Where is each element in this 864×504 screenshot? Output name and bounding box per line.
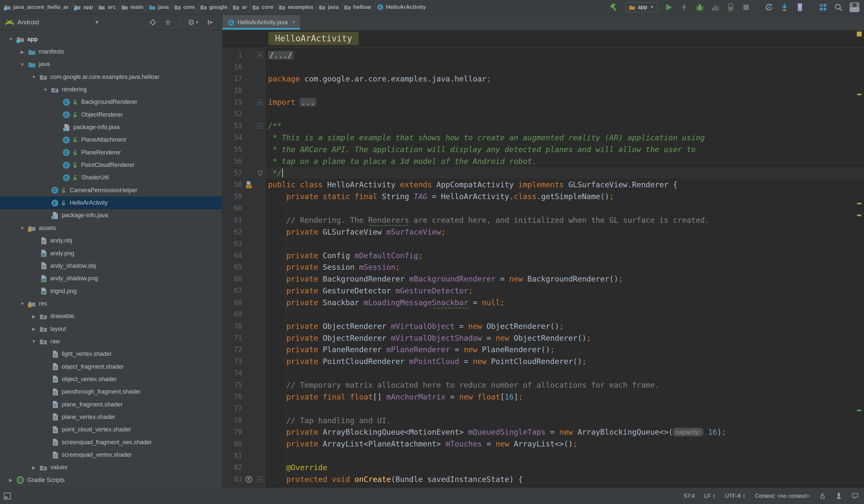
user-avatar[interactable]	[850, 2, 860, 12]
error-stripe-mark[interactable]	[857, 215, 861, 216]
chevron-collapsed-icon[interactable]: ▶	[17, 49, 28, 55]
breadcrumb-java_arcore_hello_ar[interactable]: java_arcore_hello_ar	[4, 4, 69, 11]
tree-item-trigrid-png[interactable]: trigrid.png	[0, 285, 223, 297]
chevron-expanded-icon[interactable]: ▼	[17, 62, 28, 67]
code-line-56[interactable]: 56 * tap on a plane to place a 3d model …	[223, 155, 864, 167]
code-line-70[interactable]: 70 private ObjectRenderer mVirtualObject…	[223, 320, 864, 332]
code-area[interactable]: 1+/.../1617package com.google.ar.core.ex…	[223, 47, 864, 488]
tree-item-gradle-scripts[interactable]: ▶Gradle Scripts	[0, 474, 223, 486]
code-line-77[interactable]: 77	[223, 403, 864, 415]
breadcrumb-src[interactable]: src	[98, 4, 116, 11]
code-line-74[interactable]: 74	[223, 367, 864, 379]
chevron-collapsed-icon[interactable]: ▶	[5, 477, 16, 483]
breadcrumb-app[interactable]: app	[74, 4, 93, 11]
hector-inspections-icon[interactable]	[836, 492, 842, 500]
fold-end-icon[interactable]	[257, 170, 263, 176]
fold-collapse-icon[interactable]: −	[257, 123, 263, 129]
code-line-62[interactable]: 62 private GLSurfaceView mSurfaceView;	[223, 226, 864, 238]
tree-item-objectrenderer[interactable]: CObjectRenderer	[0, 108, 223, 121]
code-line-59[interactable]: 59 private static final String TAG = Hel…	[223, 191, 864, 202]
caret-position[interactable]: 57:4	[684, 493, 695, 500]
tree-item-com-google-ar-core-examples-java-helloar[interactable]: ▼com.google.ar.core.examples.java.helloa…	[0, 71, 223, 83]
tree-item-planeattachment[interactable]: CPlaneAttachment	[0, 134, 223, 146]
code-line-58[interactable]: 58<>public class HelloArActivity extends…	[223, 179, 864, 191]
chevron-collapsed-icon[interactable]: ▶	[28, 326, 39, 332]
chevron-expanded-icon[interactable]: ▼	[17, 225, 28, 231]
code-line-83[interactable]: 83− protected void onCreate(Bundle saved…	[223, 473, 864, 485]
device-manager-icon[interactable]	[796, 3, 804, 12]
collapse-all-icon[interactable]	[164, 19, 171, 26]
code-line-68[interactable]: 68 private Snackbar mLoadingMessageSnack…	[223, 297, 864, 309]
line-separator-selector[interactable]: LF ▲▼	[704, 493, 716, 500]
breadcrumb-helloar[interactable]: helloar	[344, 4, 372, 11]
code-line-69[interactable]: 69	[223, 309, 864, 320]
editor-breadcrumb-class[interactable]: HelloArActivity	[268, 32, 359, 45]
error-stripe-mark[interactable]	[857, 410, 861, 411]
tree-item-helloaractivity[interactable]: CHelloArActivity	[0, 196, 223, 209]
tree-item-backgroundrenderer[interactable]: CBackgroundRenderer	[0, 96, 223, 108]
code-line-81[interactable]: 81	[223, 450, 864, 461]
tree-item-package-info-java[interactable]: Jpackage-info.java	[0, 209, 223, 222]
locate-file-icon[interactable]	[149, 19, 156, 26]
code-line-17[interactable]: 17package com.google.ar.core.examples.ja…	[223, 73, 864, 85]
code-line-61[interactable]: 61 // Rendering. The Renderers are creat…	[223, 214, 864, 226]
error-stripe-mark[interactable]	[857, 203, 861, 204]
code-line-55[interactable]: 55 * the ARCore API. The application wil…	[223, 144, 864, 155]
code-line-63[interactable]: 63	[223, 238, 864, 250]
code-line-19[interactable]: 19+import ...	[223, 96, 864, 108]
feedback-bubble-icon[interactable]	[852, 492, 859, 500]
code-line-73[interactable]: 73 private PointCloudRenderer mPointClou…	[223, 356, 864, 367]
code-line-18[interactable]: 18	[223, 85, 864, 97]
settings-gear-icon[interactable]: ⚙▼	[188, 19, 199, 26]
chevron-expanded-icon[interactable]: ▼	[28, 74, 39, 80]
code-line-60[interactable]: 60	[223, 202, 864, 214]
tree-item-camerapermissionhelper[interactable]: CCameraPermissionHelper	[0, 184, 223, 196]
code-line-76[interactable]: 76 private final float[] mAnchorMatrix =…	[223, 391, 864, 403]
code-line-65[interactable]: 65 private Session mSession;	[223, 261, 864, 273]
tree-item-layout[interactable]: ▶layout	[0, 323, 223, 335]
profiler-icon[interactable]	[711, 3, 719, 12]
code-line-57[interactable]: 57 */	[223, 167, 864, 179]
tree-item-plane-fragment-shader[interactable]: plane_fragment.shader	[0, 398, 223, 411]
code-line-78[interactable]: 78 // Tap handling and UI.	[223, 415, 864, 427]
tree-item-manifests[interactable]: ▶manifests	[0, 45, 223, 58]
project-view-selector[interactable]: Android ▼	[5, 18, 99, 27]
tree-item-drawable[interactable]: ▶drawable	[0, 310, 223, 323]
error-stripe-scrollbar[interactable]	[855, 30, 864, 488]
code-line-72[interactable]: 72 private PlaneRenderer mPlaneRenderer …	[223, 344, 864, 356]
context-indicator[interactable]: Context: <no context>	[755, 493, 809, 500]
breadcrumb-helloaractivity[interactable]: CHelloArActivity	[377, 4, 426, 11]
tree-item-light-vertex-shader[interactable]: light_vertex.shader	[0, 348, 223, 360]
encoding-selector[interactable]: UTF-8 ▲▼	[725, 493, 745, 500]
tree-item-pointcloudrenderer[interactable]: CPointCloudRenderer	[0, 159, 223, 171]
breadcrumb-java[interactable]: java	[319, 4, 339, 11]
tree-item-java[interactable]: ▼java	[0, 58, 223, 71]
lock-icon[interactable]	[819, 492, 826, 500]
tree-item-package-info-java[interactable]: Jpackage-info.java	[0, 121, 223, 133]
code-line-82[interactable]: 82 @Override	[223, 461, 864, 473]
stop-icon[interactable]	[742, 3, 750, 12]
breadcrumb-java[interactable]: java	[149, 4, 169, 11]
tree-item-point-cloud-vertex-shader[interactable]: point_cloud_vertex.shader	[0, 423, 223, 436]
chevron-expanded-icon[interactable]: ▼	[5, 36, 16, 42]
tree-item-planerenderer[interactable]: CPlaneRenderer	[0, 146, 223, 159]
code-line-75[interactable]: 75 // Temporary matrix allocated here to…	[223, 379, 864, 391]
close-tab-icon[interactable]: ×	[292, 19, 295, 26]
run-configuration-select[interactable]: app▼	[625, 2, 658, 12]
related-layout-icon[interactable]: <>	[245, 180, 253, 189]
code-line-54[interactable]: 54 * This is a simple example that shows…	[223, 132, 864, 144]
attach-debugger-icon[interactable]	[727, 3, 735, 12]
toolwindow-toggle-icon[interactable]	[3, 492, 11, 500]
code-line-79[interactable]: 79 private ArrayBlockingQueue<MotionEven…	[223, 427, 864, 438]
build-hammer-icon[interactable]	[610, 3, 618, 12]
tree-item-andy-obj[interactable]: andy.obj	[0, 235, 223, 247]
fold-collapse-icon[interactable]: −	[257, 477, 263, 482]
tree-item-passthrough-fragment-shader[interactable]: passthrough_fragment.shader	[0, 386, 223, 398]
code-line-67[interactable]: 67 private GestureDetector mGestureDetec…	[223, 285, 864, 297]
overrides-method-icon[interactable]	[245, 475, 253, 484]
tree-item-object-vertex-shader[interactable]: object_vertex.shader	[0, 373, 223, 385]
code-line-1[interactable]: 1+/.../	[223, 49, 864, 61]
hide-panel-icon[interactable]	[207, 19, 214, 26]
chevron-expanded-icon[interactable]: ▼	[28, 339, 39, 344]
breadcrumb-examples[interactable]: examples	[279, 4, 313, 11]
